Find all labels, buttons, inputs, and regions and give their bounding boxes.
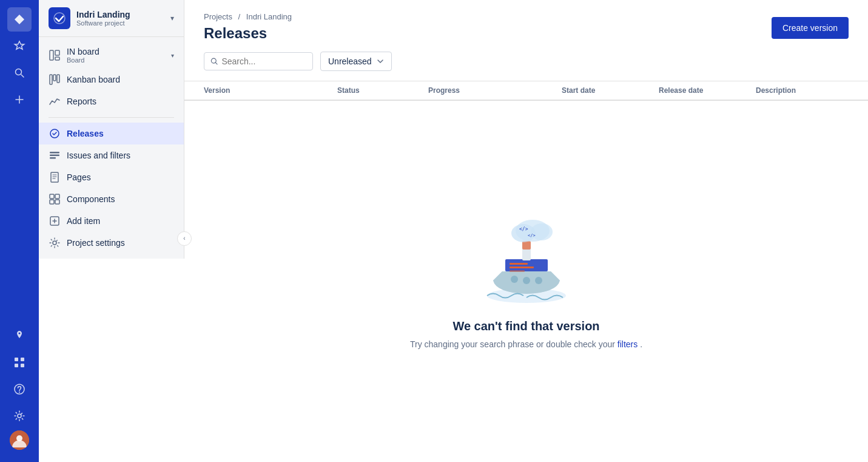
svg-rect-3: [15, 364, 18, 367]
breadcrumb: Projects / Indri Landing: [204, 12, 292, 21]
svg-rect-24: [50, 200, 54, 204]
svg-text:</>: </>: [519, 226, 528, 232]
sidebar-item-reports-label: Reports: [67, 97, 96, 106]
svg-point-41: [511, 276, 518, 283]
svg-rect-11: [50, 50, 53, 60]
col-release-date: Release date: [659, 86, 756, 95]
project-type: Software project: [76, 19, 164, 27]
empty-state-title: We can't find that version: [453, 319, 599, 333]
sidebar-collapse-button[interactable]: ‹: [177, 231, 192, 246]
sidebar-item-issues[interactable]: Issues and filters: [39, 144, 184, 166]
releases-nav-icon: [49, 127, 61, 140]
svg-rect-14: [50, 75, 52, 84]
create-version-button[interactable]: Create version: [772, 17, 849, 39]
sidebar-item-add-item[interactable]: Add item: [39, 210, 184, 232]
sidebar-item-components-label: Components: [67, 194, 115, 204]
svg-rect-31: [510, 263, 528, 265]
pages-nav-icon: [49, 171, 61, 183]
sidebar-item-add-item-label: Add item: [67, 216, 100, 226]
svg-point-0: [16, 69, 22, 75]
kanban-nav-icon: [49, 73, 61, 86]
chevron-down-icon: [377, 58, 384, 65]
toolbar: Unreleased: [184, 42, 868, 81]
nav-divider: [49, 117, 174, 118]
sidebar-nav: IN board Board ▾ Kanban board: [39, 37, 184, 259]
breadcrumb-project[interactable]: Indri Landing: [246, 12, 292, 21]
col-status: Status: [337, 86, 428, 95]
breadcrumb-separator: /: [238, 12, 243, 21]
svg-point-27: [53, 241, 56, 245]
svg-point-7: [18, 414, 21, 418]
svg-rect-16: [57, 75, 59, 83]
plus-rail-icon[interactable]: [7, 87, 32, 112]
issues-nav-icon: [49, 149, 61, 161]
settings-rail-icon[interactable]: [7, 404, 32, 428]
filter-dropdown[interactable]: Unreleased: [320, 52, 392, 71]
svg-rect-25: [55, 200, 59, 204]
sidebar-item-project-settings[interactable]: Project settings: [39, 232, 184, 254]
sidebar-item-pages[interactable]: Pages: [39, 166, 184, 188]
search-icon: [210, 57, 218, 66]
filter-label: Unreleased: [328, 56, 372, 66]
board-chevron-icon: ▾: [171, 52, 174, 59]
project-settings-nav-icon: [49, 237, 61, 249]
sidebar-item-project-settings-label: Project settings: [67, 238, 125, 248]
col-version: Version: [204, 86, 337, 95]
svg-point-6: [19, 392, 20, 393]
svg-rect-35: [522, 241, 531, 250]
project-info: Indri Landing Software project: [76, 10, 164, 27]
grid-rail-icon[interactable]: [7, 350, 32, 375]
svg-rect-23: [55, 194, 59, 199]
empty-state: </> </> We can't find that version Try c…: [184, 101, 868, 462]
diamond-icon[interactable]: [7, 7, 32, 32]
sidebar-item-reports[interactable]: Reports: [39, 90, 184, 112]
svg-rect-32: [510, 267, 534, 268]
svg-rect-2: [21, 358, 24, 361]
empty-state-description: Try changing your search phrase or doubl…: [410, 339, 642, 349]
search-input[interactable]: [221, 56, 306, 66]
page-title: Releases: [204, 25, 292, 42]
svg-rect-20: [50, 157, 56, 159]
board-nav-icon: [49, 49, 61, 61]
filters-link[interactable]: filters: [617, 339, 638, 349]
svg-rect-18: [50, 152, 59, 154]
col-start-date: Start date: [562, 86, 659, 95]
svg-rect-21: [51, 172, 58, 182]
main-content: Projects / Indri Landing Releases Create…: [184, 0, 868, 462]
breadcrumb-projects[interactable]: Projects: [204, 12, 232, 21]
sidebar-chevron-icon[interactable]: ▾: [170, 14, 174, 22]
search-box[interactable]: [204, 52, 313, 70]
components-nav-icon: [49, 193, 61, 205]
project-name: Indri Landing: [76, 10, 164, 19]
svg-rect-4: [21, 364, 24, 367]
svg-rect-13: [55, 57, 59, 60]
svg-point-43: [535, 277, 542, 284]
svg-rect-33: [510, 270, 525, 272]
add-item-nav-icon: [49, 215, 61, 227]
sidebar-item-kanban[interactable]: Kanban board: [39, 69, 184, 90]
pin-rail-icon[interactable]: [7, 324, 32, 348]
col-description: Description: [756, 86, 849, 95]
sidebar-item-releases[interactable]: Releases: [39, 123, 184, 144]
sidebar-item-pages-label: Pages: [67, 172, 91, 182]
reports-nav-icon: [49, 95, 61, 107]
sidebar-item-components[interactable]: Components: [39, 188, 184, 210]
sidebar-item-kanban-label: Kanban board: [67, 75, 120, 84]
search-rail-icon[interactable]: [7, 61, 32, 85]
sidebar-item-issues-label: Issues and filters: [67, 151, 130, 160]
sidebar-item-board-label: IN board Board: [67, 47, 99, 64]
svg-rect-15: [53, 75, 56, 81]
sidebar-item-board[interactable]: IN board Board ▾: [39, 42, 184, 69]
sidebar: Indri Landing Software project ▾ IN boar…: [39, 0, 184, 259]
help-rail-icon[interactable]: [7, 377, 32, 401]
svg-point-42: [523, 277, 530, 284]
icon-rail: [0, 0, 39, 462]
star-icon[interactable]: [7, 34, 32, 58]
table-header: Version Status Progress Start date Relea…: [184, 81, 868, 101]
svg-text:</>: </>: [528, 233, 536, 238]
empty-state-illustration: </> </>: [478, 214, 575, 305]
svg-rect-12: [55, 50, 59, 55]
main-header: Projects / Indri Landing Releases Create…: [184, 0, 868, 42]
user-avatar[interactable]: [10, 430, 29, 450]
svg-rect-19: [50, 155, 59, 157]
